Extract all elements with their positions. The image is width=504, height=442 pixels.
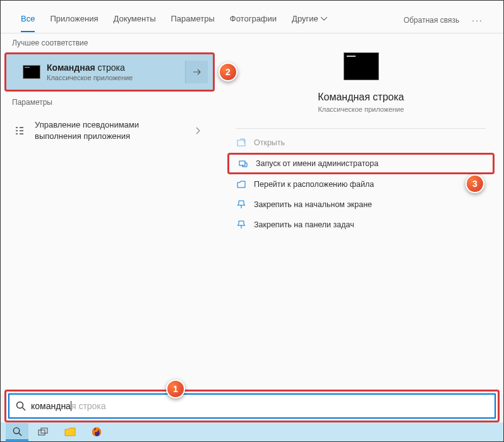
expand-arrow-button[interactable] [185, 61, 208, 83]
search-bar-frame: командная строка [4, 390, 500, 422]
action-pin-taskbar[interactable]: Закрепить на панели задач [219, 215, 503, 235]
taskbar [1, 422, 503, 441]
list-settings-icon [13, 124, 26, 137]
chevron-down-icon [321, 17, 327, 21]
taskview-icon [38, 427, 49, 436]
action-goto-file[interactable]: Перейти к расположению файла [219, 174, 503, 194]
tab-photos[interactable]: Фотографии [222, 8, 284, 32]
search-icon [16, 401, 26, 411]
tab-bar: Все Приложения Документы Параметры Фотог… [1, 1, 503, 33]
result-aliases[interactable]: Управление псевдонимами выполнения прило… [1, 112, 219, 150]
aliases-label: Управление псевдонимами выполнения прило… [35, 119, 187, 142]
preview-panel: Командная строка Классическое приложение… [219, 33, 503, 393]
folder-icon [64, 427, 76, 436]
svg-rect-4 [39, 430, 45, 435]
callout-1: 1 [166, 379, 185, 398]
svg-rect-0 [237, 140, 245, 146]
callout-2: 2 [219, 63, 237, 81]
result-command-prompt[interactable]: Командная строка Классическое приложение [4, 52, 215, 92]
search-input-typed: командна [31, 401, 71, 411]
svg-rect-5 [41, 428, 47, 433]
tab-all[interactable]: Все [13, 8, 42, 32]
action-pin-start[interactable]: Закрепить на начальном экране [219, 194, 503, 215]
results-panel: Лучшее соответствие Командная строка Кла… [1, 33, 219, 393]
taskbar-search-button[interactable] [6, 423, 28, 441]
section-best-match: Лучшее соответствие [1, 33, 219, 52]
action-run-as-admin[interactable]: Запуск от имени администратора [227, 153, 495, 174]
more-options-button[interactable]: ··· [464, 9, 491, 32]
folder-location-icon [236, 179, 246, 189]
svg-rect-1 [239, 161, 245, 165]
taskbar-firefox-button[interactable] [85, 423, 108, 441]
firefox-icon [92, 427, 102, 437]
arrow-right-icon [193, 68, 201, 76]
svg-point-3 [13, 427, 19, 433]
svg-point-2 [17, 402, 23, 409]
search-box[interactable]: командная строка [8, 393, 496, 419]
callout-3: 3 [465, 174, 484, 193]
divider [236, 128, 486, 129]
feedback-link[interactable]: Обратная связь [399, 9, 464, 31]
tab-settings[interactable]: Параметры [163, 8, 222, 32]
tab-documents[interactable]: Документы [105, 8, 163, 32]
preview-title: Командная строка [219, 92, 503, 103]
action-open[interactable]: Открыть [219, 133, 503, 153]
preview-cmd-icon [344, 52, 379, 80]
chevron-right-icon [196, 127, 201, 134]
pin-start-icon [236, 200, 246, 210]
taskbar-explorer-button[interactable] [59, 423, 81, 441]
search-input-ghost: я строка [71, 401, 106, 411]
admin-shield-icon [238, 158, 248, 169]
aliases-chevron[interactable] [187, 119, 210, 142]
cmd-icon [23, 65, 40, 79]
result-subtitle: Классическое приложение [47, 74, 185, 81]
result-title: Командная строка [47, 63, 185, 73]
taskbar-taskview-button[interactable] [32, 423, 55, 441]
tab-apps[interactable]: Приложения [42, 8, 105, 32]
pin-taskbar-icon [236, 220, 246, 230]
preview-subtitle: Классическое приложение [219, 105, 503, 113]
search-icon [13, 427, 22, 436]
open-icon [236, 138, 246, 148]
tab-more[interactable]: Другие [284, 8, 335, 32]
section-parameters: Параметры [1, 92, 219, 112]
